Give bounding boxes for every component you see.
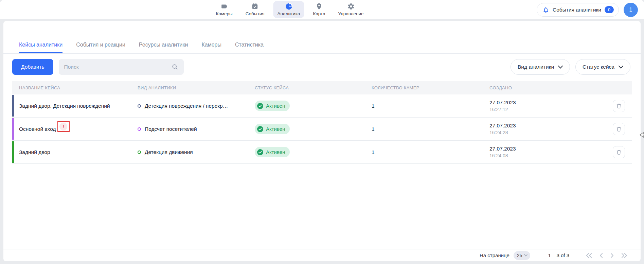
top-bar: Камеры События Аналитика (0, 0, 644, 19)
toolbar: Добавить Вид аналитики Статус кейса (12, 59, 630, 75)
calendar-check-icon (251, 3, 259, 10)
check-circle-icon (257, 126, 263, 132)
created-time: 16:27:12 (489, 107, 613, 112)
nav-item-events[interactable]: События (242, 1, 269, 18)
created-time: 16:24:08 (489, 153, 613, 158)
tab-analytics-resources[interactable]: Ресурсы аналитики (139, 42, 188, 53)
analytics-type-ring-icon (138, 104, 141, 108)
nav-item-analytics[interactable]: Аналитика (273, 1, 304, 18)
analytics-type-label: Подсчет посетителей (145, 126, 197, 132)
row-accent-bar (12, 95, 14, 117)
nav-item-management[interactable]: Управление (334, 1, 368, 18)
created-time: 16:24:28 (489, 130, 613, 135)
case-name: Основной вход (19, 126, 56, 132)
trash-icon (616, 126, 622, 132)
analytics-events-button[interactable]: События аналитики 0 (537, 3, 619, 17)
nav-item-map[interactable]: Карта (309, 1, 329, 18)
search-input[interactable] (64, 64, 172, 70)
main-nav: Камеры События Аналитика (212, 0, 368, 19)
created-cell: 27.07.2023 16:24:28 (489, 123, 613, 135)
analytics-type-label: Детекция движения (145, 149, 193, 155)
per-page-label: На странице (480, 252, 509, 258)
per-page-select[interactable]: 25 (514, 251, 531, 260)
case-name: Задний двор. Детекция повреждений (19, 103, 110, 109)
nav-label: Аналитика (278, 11, 300, 16)
add-button[interactable]: Добавить (12, 59, 53, 75)
check-circle-icon (257, 103, 263, 109)
filter-case-status[interactable]: Статус кейса (575, 59, 630, 75)
prev-page-button[interactable] (599, 253, 603, 258)
created-cell: 27.07.2023 16:27:12 (489, 100, 613, 112)
nav-label: Камеры (216, 11, 232, 16)
first-page-button[interactable] (586, 253, 592, 258)
analytics-events-label: События аналитики (553, 7, 601, 13)
col-header-created: СОЗДАНО (489, 85, 613, 90)
gear-icon (347, 3, 355, 10)
camera-count: 1 (372, 126, 489, 132)
content-card: Кейсы аналитики События и реакции Ресурс… (3, 21, 641, 261)
table-header: НАЗВАНИЕ КЕЙСА ВИД АНАЛИТИКИ СТАТУС КЕЙС… (12, 81, 632, 94)
filter-analytics-type[interactable]: Вид аналитики (511, 59, 570, 75)
row-accent-bar (12, 118, 14, 140)
created-date: 27.07.2023 (489, 123, 613, 129)
analytics-type-label: Детекция повреждения / перекр… (145, 103, 228, 109)
trash-icon (616, 103, 622, 109)
analytics-type-ring-icon (138, 151, 141, 154)
status-badge: Активен (255, 147, 290, 157)
created-date: 27.07.2023 (489, 100, 613, 106)
analytics-type-ring-icon (138, 127, 141, 131)
avatar[interactable]: 1 (624, 3, 638, 17)
status-label: Активен (266, 126, 285, 132)
delete-button[interactable] (613, 100, 625, 112)
chevron-down-icon (558, 66, 563, 69)
col-header-analytics-type: ВИД АНАЛИТИКИ (138, 85, 255, 90)
status-label: Активен (266, 149, 285, 155)
table-footer: На странице 25 1 – 3 of 3 (3, 249, 641, 261)
tab-statistics[interactable]: Статистика (235, 42, 264, 53)
camera-count: 1 (372, 149, 489, 155)
check-circle-icon (257, 149, 263, 155)
tab-cameras[interactable]: Камеры (201, 42, 221, 53)
app-root: { "colors": { "brand_blue": "#2f6bf6", "… (0, 0, 644, 264)
table-row[interactable]: Задний двор. Детекция повреждений Детекц… (12, 94, 632, 118)
tab-analytics-cases[interactable]: Кейсы аналитики (19, 42, 62, 53)
created-date: 27.07.2023 (489, 146, 613, 152)
per-page-value: 25 (517, 253, 522, 258)
double-chevron-left-icon (586, 253, 592, 258)
col-header-case-name: НАЗВАНИЕ КЕЙСА (12, 85, 138, 90)
search-box[interactable] (59, 59, 184, 75)
pagination-range: 1 – 3 of 3 (548, 252, 569, 258)
topbar-right: События аналитики 0 1 (537, 3, 638, 17)
double-chevron-right-icon (621, 253, 628, 258)
filter-case-status-label: Статус кейса (583, 64, 614, 70)
table-row[interactable]: Основной вход ! Подсчет посетителей Акти… (12, 118, 632, 141)
col-header-camera-count: КОЛИЧЕСТВО КАМЕР (372, 85, 489, 90)
nav-item-cameras[interactable]: Камеры (212, 1, 236, 18)
chevron-left-icon (599, 253, 603, 258)
camera-count: 1 (372, 103, 489, 109)
chevron-down-icon (619, 66, 623, 69)
filters: Вид аналитики Статус кейса (511, 59, 630, 75)
cases-table: НАЗВАНИЕ КЕЙСА ВИД АНАЛИТИКИ СТАТУС КЕЙС… (12, 81, 632, 164)
chevron-down-icon (524, 254, 527, 257)
pagination (586, 253, 628, 258)
pie-chart-icon (285, 3, 292, 10)
status-badge: Активен (255, 124, 290, 134)
created-cell: 27.07.2023 16:24:08 (489, 146, 613, 158)
videocam-icon (220, 3, 228, 10)
tab-bar: Кейсы аналитики События и реакции Ресурс… (3, 21, 641, 54)
chevron-right-icon (610, 253, 614, 258)
status-badge: Активен (255, 101, 290, 111)
table-row[interactable]: Задний двор Детекция движения Активен 1 … (12, 141, 632, 164)
delete-button[interactable] (613, 146, 625, 158)
last-page-button[interactable] (621, 253, 628, 258)
delete-button[interactable] (613, 123, 625, 135)
warning-icon: ! (59, 123, 67, 130)
nav-label: Управление (338, 11, 364, 16)
case-name: Задний двор (19, 149, 50, 155)
mouse-cursor (639, 132, 644, 139)
next-page-button[interactable] (610, 253, 614, 258)
nav-label: Карта (313, 11, 325, 16)
tab-events-reactions[interactable]: События и реакции (76, 42, 125, 53)
col-header-case-status: СТАТУС КЕЙСА (255, 85, 372, 90)
